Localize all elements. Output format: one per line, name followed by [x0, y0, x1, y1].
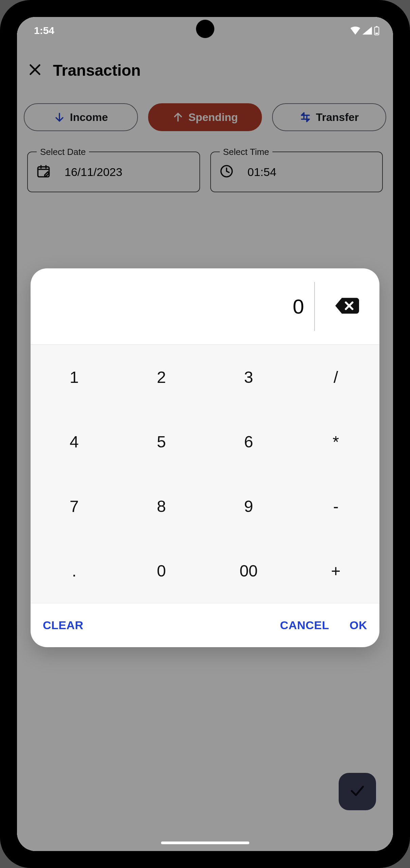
calculator-display-row: 0: [31, 268, 379, 345]
key-add[interactable]: +: [292, 538, 379, 603]
amount-calculator-dialog: 0 1 2 3: [31, 268, 379, 647]
clear-button[interactable]: CLEAR: [43, 619, 84, 632]
key-5[interactable]: 5: [118, 409, 205, 474]
key-multiply[interactable]: *: [292, 409, 379, 474]
backspace-button[interactable]: [315, 268, 379, 344]
nav-handle[interactable]: [161, 842, 249, 844]
wifi-icon: [350, 26, 360, 35]
status-time: 1:54: [34, 25, 54, 36]
battery-icon: [374, 26, 379, 35]
key-divide[interactable]: /: [292, 345, 379, 409]
device-inner: Transaction Income Spending: [10, 10, 400, 858]
key-9[interactable]: 9: [205, 474, 292, 538]
svg-rect-12: [376, 26, 377, 27]
key-00[interactable]: 00: [205, 538, 292, 603]
key-4[interactable]: 4: [31, 409, 118, 474]
device-frame: Transaction Income Spending: [0, 0, 410, 868]
backspace-icon: [335, 297, 359, 316]
key-8[interactable]: 8: [118, 474, 205, 538]
key-7[interactable]: 7: [31, 474, 118, 538]
key-2[interactable]: 2: [118, 345, 205, 409]
svg-rect-13: [375, 33, 378, 34]
key-6[interactable]: 6: [205, 409, 292, 474]
calculator-keypad: 1 2 3 / 4 5 6 * 7 8 9 - . 0 00 +: [31, 345, 379, 603]
ok-button[interactable]: OK: [350, 619, 367, 632]
screen: Transaction Income Spending: [17, 17, 393, 851]
key-subtract[interactable]: -: [292, 474, 379, 538]
status-icons: [350, 26, 379, 35]
calculator-display: 0: [31, 268, 314, 344]
camera-notch: [196, 20, 214, 38]
signal-icon: [362, 26, 372, 35]
cancel-button[interactable]: CANCEL: [280, 619, 329, 632]
key-decimal[interactable]: .: [31, 538, 118, 603]
key-1[interactable]: 1: [31, 345, 118, 409]
key-0[interactable]: 0: [118, 538, 205, 603]
key-3[interactable]: 3: [205, 345, 292, 409]
calculator-actions: CLEAR CANCEL OK: [31, 603, 379, 647]
